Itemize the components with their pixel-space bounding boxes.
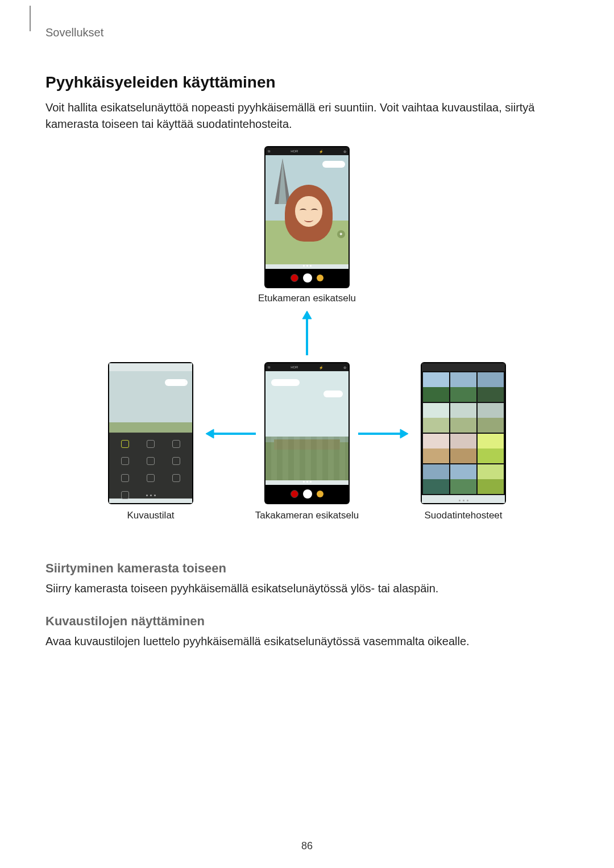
page-title: Pyyhkäisyeleiden käyttäminen [45, 73, 569, 92]
effects-button-icon [317, 275, 323, 281]
page-dots [265, 479, 349, 484]
arrow-right-icon [357, 428, 408, 439]
phone-rear-preview: ⧉ HDR ⚡ ⚙ [264, 362, 350, 504]
front-scene: ✦ [265, 155, 349, 264]
caption-filters: Suodatintehosteet [409, 510, 517, 521]
arrow-up-icon [301, 311, 313, 356]
filter-thumb [423, 464, 449, 494]
mode-item [164, 436, 189, 452]
filter-thumb [450, 434, 476, 463]
shutter-button-icon [303, 273, 312, 283]
eye-right [311, 209, 318, 212]
mode-item [138, 470, 163, 486]
mode-item [164, 470, 189, 486]
gear-icon: ⚙ [343, 366, 346, 369]
phone-filters [421, 362, 506, 504]
cloud-shape [322, 161, 345, 168]
caption-front: Etukameran esikatselu [239, 293, 375, 304]
gear-icon: ⚙ [343, 149, 346, 153]
mouth [304, 218, 313, 222]
modes-grid [109, 433, 192, 499]
cloud-shape [271, 379, 300, 386]
mode-item [113, 453, 137, 469]
page-number: 86 [0, 840, 614, 852]
camera-topbar: ⧉ HDR ⚡ ⚙ [265, 147, 349, 155]
eye-left [300, 209, 306, 212]
settings-icon: ⧉ [268, 149, 270, 153]
filter-thumb [450, 464, 476, 494]
phone-modes: ⋮ [108, 362, 193, 504]
intro-paragraph: Voit hallita esikatselunäyttöä nopeasti … [45, 99, 569, 132]
filter-thumb [423, 372, 449, 402]
mode-item [113, 470, 137, 486]
filter-thumb [478, 464, 504, 494]
shutter-bar [265, 269, 349, 287]
svg-marker-1 [302, 311, 312, 319]
shutter-bar [265, 485, 349, 503]
paragraph-show-modes: Avaa kuvaustilojen luettelo pyyhkäisemäl… [45, 633, 569, 650]
mode-item [113, 436, 137, 452]
cloud-shape [323, 391, 343, 397]
flash-icon: ⚡ [319, 149, 323, 153]
caption-modes: Kuvaustilat [108, 510, 193, 521]
filter-thumb [478, 403, 504, 433]
mode-item [138, 436, 163, 452]
record-button-icon [291, 490, 298, 498]
page-dots [265, 263, 349, 268]
phone-front-preview: ⧉ HDR ⚡ ⚙ ✦ [264, 146, 350, 288]
camera-topbar: ⧉ HDR ⚡ ⚙ [265, 363, 349, 371]
arrow-left-icon [206, 428, 257, 439]
filter-thumb [450, 372, 476, 402]
rear-scene [265, 371, 349, 480]
beauty-badge-icon: ✦ [337, 230, 345, 238]
header-section-label: Sovellukset [45, 26, 569, 39]
mode-item [138, 453, 163, 469]
svg-marker-3 [206, 429, 214, 438]
paragraph-switch-cameras: Siirry kamerasta toiseen pyyhkäisemällä … [45, 580, 569, 597]
shutter-button-icon [303, 489, 312, 499]
header-tab-line [30, 6, 31, 31]
mode-item [164, 453, 189, 469]
subheading-switch-cameras: Siirtyminen kamerasta toiseen [45, 561, 569, 576]
page-dots [422, 500, 505, 501]
document-page: Sovellukset Pyyhkäisyeleiden käyttäminen… [0, 0, 614, 686]
effects-button-icon [317, 491, 323, 497]
eiffel-tower-inner [279, 159, 287, 204]
trees-shape [265, 437, 349, 480]
hdr-label: HDR [291, 149, 298, 153]
caption-rear: Takakameran esikatselu [239, 510, 375, 521]
filter-thumb [423, 403, 449, 433]
filters-grid [422, 371, 505, 495]
record-button-icon [291, 274, 298, 282]
settings-icon: ⧉ [268, 366, 270, 369]
subheading-show-modes: Kuvaustilojen näyttäminen [45, 614, 569, 629]
person-face [295, 196, 322, 227]
page-dots [109, 495, 192, 496]
figure-swipe-diagram: ⧉ HDR ⚡ ⚙ ✦ [51, 146, 563, 544]
filter-thumb [478, 372, 504, 402]
filter-thumb [478, 434, 504, 463]
filter-thumb [450, 403, 476, 433]
more-icon: ⋮ [183, 379, 189, 385]
svg-marker-5 [400, 429, 408, 438]
hdr-label: HDR [291, 366, 298, 369]
filters-topbar [422, 363, 505, 371]
flash-icon: ⚡ [319, 366, 323, 369]
filter-thumb [423, 434, 449, 463]
